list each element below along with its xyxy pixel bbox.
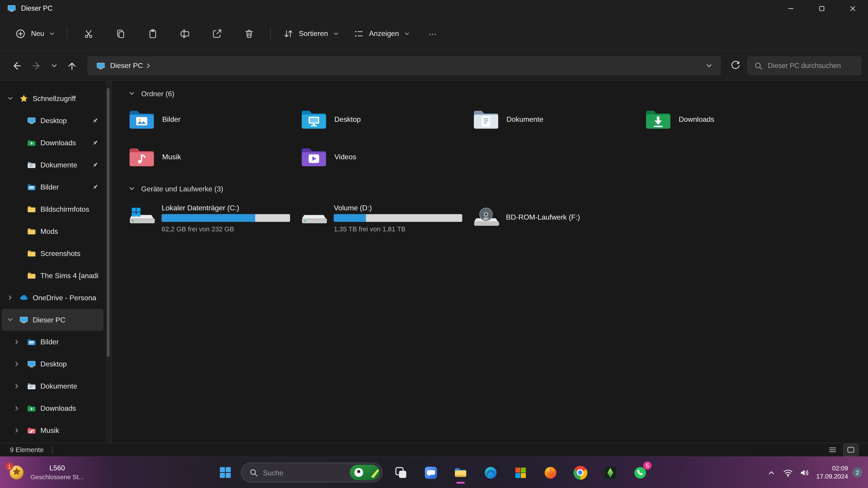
- sidebar-item-label: Musik: [40, 426, 102, 435]
- sidebar-item-bilder[interactable]: Bilder: [2, 176, 103, 198]
- computer-icon: [7, 4, 16, 13]
- sidebar-item-onedrive-persona[interactable]: OneDrive - Persona: [2, 287, 103, 309]
- wifi-button[interactable]: [780, 462, 796, 482]
- new-button-label: Neu: [31, 29, 44, 38]
- volume-button[interactable]: [796, 462, 813, 482]
- explorer-search-input[interactable]: [768, 62, 855, 69]
- new-button[interactable]: Neu: [9, 24, 61, 43]
- chevron-down-icon[interactable]: [7, 95, 13, 101]
- copy-button[interactable]: [108, 24, 133, 43]
- folders-section-header[interactable]: Ordner (6): [128, 88, 868, 100]
- drive-tile-volume-d[interactable]: Volume (D:) 1,35 TB frei von 1,81 TB: [301, 200, 473, 236]
- sort-button[interactable]: Sortieren: [277, 24, 345, 43]
- forward-button[interactable]: [27, 56, 46, 75]
- minimize-button[interactable]: [775, 0, 806, 17]
- folder-tile-desktop[interactable]: Desktop: [301, 105, 473, 133]
- chevron-right-icon[interactable]: [14, 383, 20, 389]
- folder-tile-videos[interactable]: Videos: [301, 142, 473, 171]
- close-button[interactable]: [837, 0, 868, 17]
- sidebar-item-downloads[interactable]: Downloads: [2, 132, 103, 154]
- notification-count-badge[interactable]: 2: [852, 467, 862, 477]
- sidebar-scrollbar-track[interactable]: [105, 81, 111, 443]
- drives-section-header[interactable]: Geräte und Laufwerke (3): [128, 183, 868, 195]
- breadcrumb-root[interactable]: Dieser PC: [110, 61, 143, 70]
- sidebar-item-label: Dieser PC: [33, 316, 102, 324]
- chevron-down-icon[interactable]: [128, 185, 135, 192]
- up-button[interactable]: [63, 56, 81, 75]
- chevron-down-icon[interactable]: [7, 317, 13, 323]
- tray-date: 17.09.2024: [816, 473, 848, 481]
- toolbar-divider: [270, 26, 271, 41]
- cut-button[interactable]: [76, 24, 101, 43]
- folder-tile-dokumente[interactable]: Dokumente: [473, 105, 645, 133]
- taskbar-app-task-view[interactable]: [388, 460, 414, 485]
- folder-tile-musik[interactable]: Musik: [128, 142, 301, 171]
- delete-button[interactable]: [237, 24, 261, 43]
- view-toggle-group: [825, 444, 858, 455]
- recent-locations-button[interactable]: [47, 56, 61, 75]
- tray-overflow-button[interactable]: [763, 462, 780, 482]
- sidebar-item-bilder[interactable]: Bilder: [2, 331, 103, 353]
- start-button[interactable]: [213, 460, 238, 485]
- taskbar-app-chrome[interactable]: [567, 460, 594, 485]
- rename-button[interactable]: [173, 24, 197, 43]
- clock[interactable]: 02:09 17.09.2024: [816, 464, 848, 481]
- search-highlight-image[interactable]: [350, 465, 380, 480]
- sidebar-item-schnellzugriff[interactable]: Schnellzugriff: [2, 88, 103, 109]
- explorer-search-box[interactable]: [747, 56, 861, 75]
- more-options-button[interactable]: …: [421, 24, 445, 43]
- widgets-button[interactable]: 1 L560 Geschlossene St...: [4, 457, 88, 488]
- sidebar-item-downloads[interactable]: Downloads: [2, 397, 103, 419]
- sidebar-item-screenshots[interactable]: Screenshots: [2, 242, 103, 265]
- sidebar-item-bildschirmfotos[interactable]: Bildschirmfotos: [2, 198, 103, 220]
- more-options-icon: …: [428, 27, 437, 37]
- firefox-icon: [544, 466, 557, 480]
- taskbar-app-edge[interactable]: [477, 460, 504, 485]
- folder-tile-downloads[interactable]: Downloads: [645, 105, 817, 133]
- taskbar-search-input[interactable]: [263, 468, 345, 477]
- chevron-right-icon[interactable]: [14, 405, 20, 412]
- folder-downloads-icon: [27, 138, 36, 147]
- address-dropdown-button[interactable]: [702, 56, 716, 75]
- taskbar-search-box[interactable]: [241, 462, 382, 482]
- chevron-right-icon[interactable]: [14, 427, 20, 433]
- breadcrumb[interactable]: Dieser PC: [94, 59, 145, 72]
- folder-tile-bilder[interactable]: Bilder: [128, 105, 301, 133]
- search-icon: [249, 468, 258, 477]
- drive-tile-bd-rom-laufwerk-f[interactable]: BD BD-ROM-Laufwerk (F:): [473, 200, 645, 236]
- chevron-right-icon[interactable]: [145, 62, 152, 69]
- paste-button[interactable]: [141, 24, 165, 43]
- back-button[interactable]: [7, 56, 26, 75]
- share-button[interactable]: [205, 24, 229, 43]
- sidebar-item-musik[interactable]: Musik: [2, 419, 103, 442]
- paste-icon: [147, 28, 158, 39]
- chevron-right-icon[interactable]: [14, 339, 20, 345]
- drive-tile-lokaler-datenträger-c[interactable]: Lokaler Datenträger (C:) 62,2 GB frei vo…: [128, 200, 301, 236]
- taskbar-app-microsoft[interactable]: [507, 460, 534, 485]
- sidebar-item-desktop[interactable]: Desktop: [2, 109, 103, 132]
- taskbar-app-whatsapp[interactable]: 5: [627, 460, 653, 485]
- taskbar: 1 L560 Geschlossene St...: [0, 456, 868, 488]
- sidebar-scrollbar-thumb[interactable]: [107, 88, 110, 357]
- taskbar-app-sims[interactable]: [597, 460, 623, 485]
- sidebar-item-dieser-pc[interactable]: Dieser PC: [2, 309, 103, 331]
- sidebar-item-the-sims-4-anadi[interactable]: The Sims 4 [anadi: [2, 265, 103, 287]
- taskbar-app-file-explorer[interactable]: [447, 460, 474, 485]
- sidebar-item-dokumente[interactable]: Dokumente: [2, 375, 103, 397]
- view-button[interactable]: Anzeigen: [347, 24, 416, 43]
- details-view-button[interactable]: [825, 444, 840, 455]
- taskbar-app-firefox[interactable]: [537, 460, 564, 485]
- chevron-right-icon[interactable]: [7, 295, 13, 301]
- large-icons-view-button[interactable]: [844, 444, 858, 455]
- widget-logo-icon: 1: [9, 465, 24, 480]
- chevron-right-icon[interactable]: [14, 361, 20, 367]
- search-icon: [754, 61, 763, 70]
- sidebar-item-dokumente[interactable]: Dokumente: [2, 154, 103, 176]
- address-bar[interactable]: Dieser PC: [88, 56, 721, 75]
- refresh-button[interactable]: [726, 56, 745, 75]
- sidebar-item-desktop[interactable]: Desktop: [2, 353, 103, 375]
- chevron-down-icon[interactable]: [128, 90, 135, 97]
- maximize-button[interactable]: [806, 0, 837, 17]
- taskbar-app-chat[interactable]: [417, 460, 444, 485]
- sidebar-item-mods[interactable]: Mods: [2, 220, 103, 242]
